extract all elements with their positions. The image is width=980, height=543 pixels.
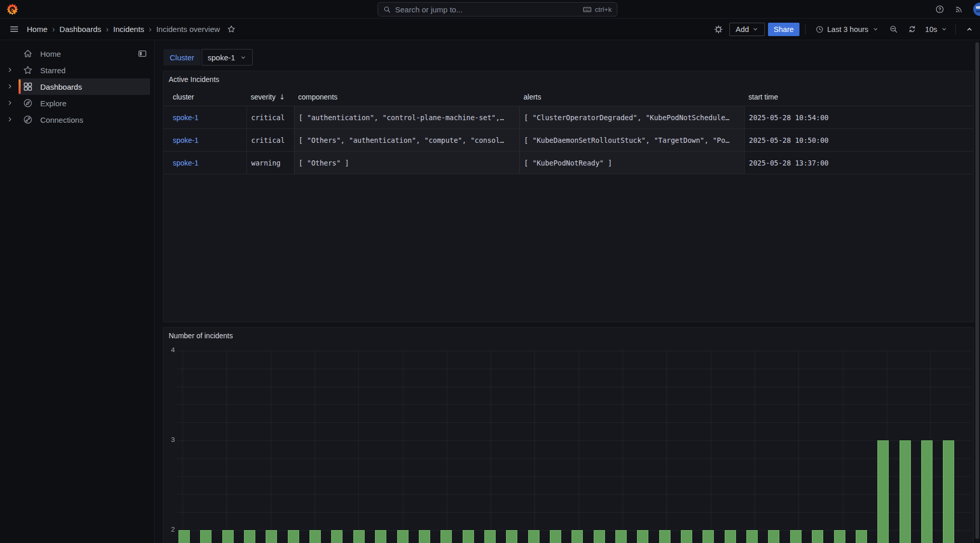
incident-count-bar [812,530,823,543]
x-gridline [403,351,403,543]
incidents-table: clusterseverity↓componentsalertsstart ti… [164,88,973,174]
table-row: spoke-1warning[ "Others" ][ "KubePodNotR… [164,152,973,174]
search-placeholder: Search or jump to... [395,5,579,14]
news-rss-icon[interactable] [954,5,963,14]
x-gridline [534,351,535,543]
breadcrumb-item-dashboards[interactable]: Dashboards [59,25,101,34]
menu-hamburger-icon[interactable] [6,22,22,37]
y-gridline [177,369,971,369]
incident-count-bar [703,530,714,543]
add-button[interactable]: Add [729,23,765,36]
y-gridline [177,422,971,423]
sidebar-item-dashboards[interactable]: Dashboards [0,78,154,95]
breadcrumb-separator: › [52,25,55,34]
table-row: spoke-1critical[ "Others", "authenticati… [164,129,973,152]
cell-components: [ "Others" ] [294,152,519,174]
cell-alerts: [ "KubeDaemonSetRolloutStuck", "TargetDo… [519,129,744,151]
zoom-out-time-icon[interactable] [886,22,902,37]
help-icon[interactable] [935,5,944,14]
favorite-star-icon[interactable] [225,23,237,36]
search-input[interactable]: Search or jump to... ctrl+k [378,2,617,17]
dashboard-canvas: Cluster spoke-1 Active Incidents cluster… [155,40,980,543]
expand-chevron-icon[interactable] [6,66,14,74]
expand-chevron-icon[interactable] [6,83,14,91]
compass-icon [23,98,33,108]
y-axis-tick-label: 4 [164,346,175,354]
expand-chevron-icon[interactable] [6,116,14,124]
incidents-chart-plot: 432 [164,327,973,543]
breadcrumb-item-incidents[interactable]: Incidents [113,25,144,34]
incident-count-bar [768,530,779,543]
cell-cluster[interactable]: spoke-1 [164,129,247,151]
cluster-variable-select[interactable]: spoke-1 [202,49,253,65]
sidebar-item-home[interactable]: Home [0,45,154,62]
cell-start_time: 2025-05-28 10:50:00 [744,129,973,151]
sidebar-item-label: Starred [40,66,66,75]
home-icon [23,48,33,59]
chevron-down-icon [941,26,948,32]
x-gridline [755,351,755,543]
refresh-icon[interactable] [905,22,920,37]
y-axis-tick-label: 3 [164,436,175,443]
x-gridline [447,351,447,543]
breadcrumb-item-home[interactable]: Home [27,25,47,34]
time-range-picker[interactable]: Last 3 hours [811,22,883,37]
incident-count-bar [506,530,517,543]
column-header-severity[interactable]: severity↓ [247,88,294,106]
incident-count-bar [440,530,452,543]
sidebar-item-connections[interactable]: Connections [0,111,154,128]
incident-count-bar [463,530,474,543]
share-button[interactable]: Share [768,23,799,36]
nav-sidebar: HomeStarredDashboardsExploreConnections [0,40,155,543]
star-icon [23,65,33,75]
sidebar-item-label: Connections [40,116,83,124]
panel-title[interactable]: Active Incidents [169,75,219,84]
page-scrollbar[interactable] [975,42,979,539]
y-gridline [177,458,971,459]
incident-count-bar [288,530,299,543]
incident-count-bar [528,530,540,543]
y-gridline [177,351,971,351]
incident-count-bar [397,530,409,543]
cell-cluster[interactable]: spoke-1 [164,152,247,174]
y-axis-tick-label: 2 [164,525,175,533]
incident-count-bar [615,530,627,543]
chevron-down-icon [240,54,247,61]
number-of-incidents-panel: Number of incidents 432 [163,327,974,543]
y-gridline [177,404,971,405]
incident-count-bar [309,530,321,543]
column-header-start-time[interactable]: start time [744,88,973,106]
cell-alerts: [ "ClusterOperatorDegraded", "KubePodNot… [519,106,744,128]
cell-start_time: 2025-05-28 10:54:00 [744,106,973,128]
column-header-alerts[interactable]: alerts [519,88,744,106]
incident-count-bar [790,530,802,543]
breadcrumb: Home›Dashboards›Incidents›Incidents over… [27,25,220,34]
cell-severity: warning [247,152,294,174]
cell-cluster[interactable]: spoke-1 [164,106,247,128]
y-gridline [177,387,971,387]
expand-chevron-icon[interactable] [6,99,14,107]
refresh-interval-picker[interactable]: 10s [923,22,950,37]
column-header-cluster[interactable]: cluster [164,88,247,106]
sort-descending-icon: ↓ [279,93,285,101]
breadcrumb-separator: › [106,25,108,34]
collapse-toolbar-chevron-up-icon[interactable] [961,22,977,37]
incident-count-bar [178,530,190,543]
search-shortcut: ctrl+k [583,5,612,14]
sidebar-item-starred[interactable]: Starred [0,62,154,78]
clock-icon [815,25,824,34]
column-header-components[interactable]: components [294,88,519,106]
sidebar-item-explore[interactable]: Explore [0,95,154,111]
incident-count-bar [200,530,211,543]
toolbar-divider [805,24,806,35]
dashboard-settings-gear-icon[interactable] [711,22,726,37]
toolbar-divider [955,24,956,35]
table-row: spoke-1critical[ "authentication", "cont… [164,106,973,129]
dock-menu-icon[interactable] [138,49,147,58]
plug-icon [23,114,33,125]
user-avatar[interactable] [973,3,980,16]
apps-icon [23,81,33,92]
variable-label: Cluster [164,49,201,65]
x-gridline [315,351,315,543]
grafana-logo [6,3,19,15]
